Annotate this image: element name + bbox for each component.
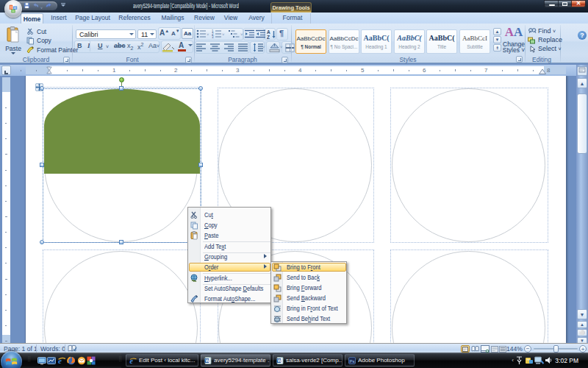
svg-text:Z: Z [267,35,270,39]
svg-text:e: e [58,356,62,365]
svg-text:A: A [267,29,270,35]
svg-text:W: W [206,358,210,363]
svg-text:3: 3 [212,35,214,39]
svg-text:Ps: Ps [350,359,355,364]
svg-text:W: W [278,358,282,363]
